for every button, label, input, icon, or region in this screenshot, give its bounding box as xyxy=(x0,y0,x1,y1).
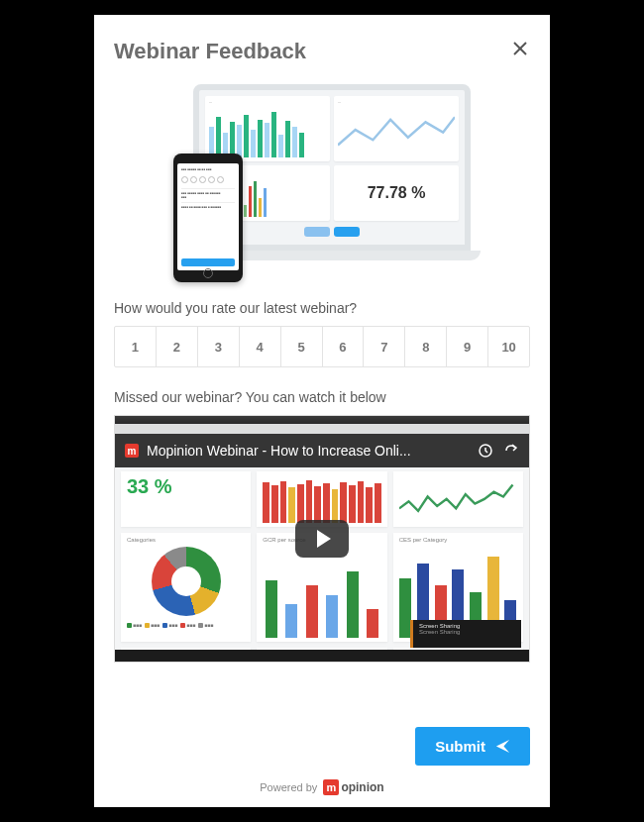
close-button[interactable] xyxy=(510,39,530,58)
video-section: m Mopinion Webinar - How to Increase Onl… xyxy=(114,415,530,663)
submit-row: Submit xyxy=(114,727,530,766)
rating-option-3[interactable]: 3 xyxy=(198,327,240,366)
brand-square-icon: m xyxy=(323,779,339,795)
feedback-modal: Webinar Feedback ··· ··· xyxy=(94,15,550,807)
video-player[interactable]: m Mopinion Webinar - How to Increase Onl… xyxy=(114,415,530,663)
rating-option-10[interactable]: 10 xyxy=(488,327,529,366)
play-button[interactable] xyxy=(295,520,349,558)
video-intro: Missed our webinar? You can watch it bel… xyxy=(114,389,530,405)
rating-option-5[interactable]: 5 xyxy=(281,327,323,366)
mopinion-logo[interactable]: mopinion xyxy=(323,779,383,795)
video-title: Mopinion Webinar - How to Increase Onli.… xyxy=(147,443,470,459)
video-titlebar: m Mopinion Webinar - How to Increase Onl… xyxy=(115,434,529,467)
watch-later-icon[interactable] xyxy=(478,443,493,459)
rating-option-9[interactable]: 9 xyxy=(447,327,488,366)
brand-square-icon: m xyxy=(125,444,139,458)
powered-by-footer: Powered by mopinion xyxy=(114,779,530,795)
screen-sharing-popup: Screen Sharing Screen Sharing xyxy=(410,620,521,648)
card-title-categories: Categories xyxy=(127,537,245,543)
hero-percent: 77.78 % xyxy=(338,169,455,217)
powered-by-text: Powered by xyxy=(260,781,317,793)
rating-option-2[interactable]: 2 xyxy=(157,327,198,366)
modal-title: Webinar Feedback xyxy=(114,39,306,64)
rating-option-6[interactable]: 6 xyxy=(323,327,365,366)
rating-option-7[interactable]: 7 xyxy=(364,327,405,366)
phone-illustration: ■■■ ■■■■■ ■■ ■■ ■■■ ■■■ ■■■■■ ■■■■ ■■ ■■… xyxy=(173,154,243,282)
submit-button[interactable]: Submit xyxy=(415,727,530,766)
rating-question: How would you rate our latest webinar? xyxy=(114,300,530,316)
rating-option-8[interactable]: 8 xyxy=(405,327,447,366)
hero-illustration: ··· ··· xyxy=(173,84,471,282)
video-big-percent: 33 % xyxy=(127,475,245,498)
send-icon xyxy=(495,739,510,754)
submit-label: Submit xyxy=(435,738,485,755)
rating-scale: 1 2 3 4 5 6 7 8 9 10 xyxy=(114,326,530,367)
close-icon xyxy=(512,41,528,56)
modal-header: Webinar Feedback xyxy=(114,39,530,64)
share-icon[interactable] xyxy=(503,443,519,459)
rating-option-4[interactable]: 4 xyxy=(240,327,281,366)
rating-option-1[interactable]: 1 xyxy=(115,327,157,366)
